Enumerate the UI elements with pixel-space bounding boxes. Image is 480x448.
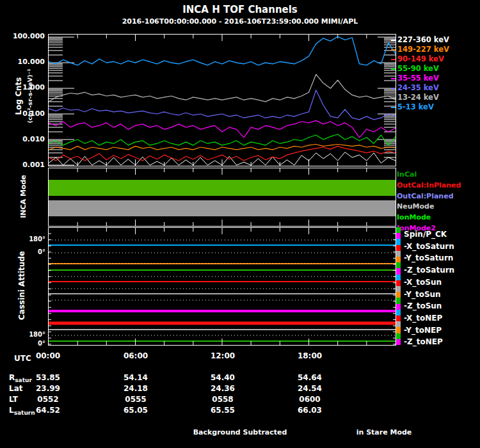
utc-tick-label: 06:00 — [115, 351, 156, 360]
inca-mode-legend-item: OutCal:InPlaned — [397, 181, 461, 189]
ephemeris-value: 0555 — [113, 395, 158, 404]
tof-legend-item: 227-360 keV — [391, 35, 449, 44]
ephemeris-value: 65.55 — [200, 406, 245, 415]
attitude-color-swatch — [396, 275, 401, 280]
attitude-legend-item: -Z_toNEP — [404, 337, 443, 346]
ephemeris-value: 54.14 — [113, 373, 158, 382]
ephemeris-value: 23.99 — [26, 384, 70, 393]
inca-mode-legend-item: InCal — [397, 170, 417, 179]
time-range-subtitle: 2016-106T00:00:00.000 - 2016-106T23:59:0… — [0, 17, 480, 26]
ephemeris-row-label: LT — [9, 395, 18, 404]
attitude-legend-item: -X_toNEP — [404, 314, 442, 323]
tof-ytick-label: 100.000 — [0, 33, 45, 40]
ephemeris-value: 24.36 — [200, 384, 245, 393]
attitude-color-swatch — [396, 298, 401, 303]
inca-mode-legend-item: IonMode — [397, 213, 431, 221]
tof-ytick-label: 0.010 — [0, 136, 45, 143]
cassini-attitude-axis-label: Cassini Attitude — [17, 251, 26, 320]
tof-legend-item: 35-55 keV — [391, 74, 439, 83]
attitude-color-swatch — [396, 339, 401, 345]
attitude-legend-item: -Y_toNEP — [404, 326, 442, 335]
ephemeris-value: 64.52 — [26, 406, 70, 415]
attitude-color-swatch — [396, 245, 401, 251]
ephemeris-value: 0558 — [200, 395, 245, 404]
attitude-legend-item: Spin/P_CK — [404, 230, 447, 239]
attitude-legend-item: -Y_toSun — [404, 290, 441, 299]
attitude-color-swatch — [396, 304, 401, 310]
ephemeris-value: 53.85 — [26, 373, 70, 382]
cassini-attitude-panel — [48, 227, 396, 346]
utc-tick-label: 18:00 — [289, 351, 330, 360]
attitude-legend-item: -Z_toSun — [404, 301, 442, 310]
tof-legend-item: 13-24 keV — [391, 93, 439, 102]
attitude-color-swatch — [396, 239, 401, 244]
attitude-color-swatch — [396, 292, 401, 298]
ephemeris-value: 24.18 — [113, 384, 158, 393]
attitude-color-swatch — [396, 262, 401, 268]
attitude-ytick-label: 180° — [0, 236, 45, 243]
tof-legend-item: 149-227 keV — [391, 45, 449, 54]
attitude-color-swatch — [396, 321, 401, 327]
plot-canvas: INCA H TOF Channels 2016-106T00:00:00.00… — [0, 0, 480, 448]
tof-spectra-panel — [48, 34, 396, 166]
page-title: INCA H TOF Channels — [0, 4, 480, 15]
tof-legend-item: 24-35 keV — [391, 83, 439, 92]
attitude-color-swatch — [396, 268, 401, 274]
attitude-color-swatch — [396, 327, 401, 333]
inca-mode-axis-label: INCA Mode — [19, 175, 28, 218]
attitude-color-swatch — [396, 227, 401, 233]
utc-tick-label: 12:00 — [202, 351, 243, 360]
tof-legend-item: 5-13 keV — [391, 102, 434, 111]
attitude-color-swatch — [396, 316, 401, 321]
attitude-color-swatch — [396, 257, 401, 262]
attitude-color-swatch — [396, 251, 401, 257]
attitude-legend-item: -X_toSun — [404, 278, 442, 287]
footer-note-stare-mode: in Stare Mode — [333, 428, 435, 436]
ephemeris-value: 54.40 — [200, 373, 245, 382]
attitude-ytick-label: 180° — [0, 331, 45, 338]
attitude-legend-item: -Y_toSaturn — [404, 253, 453, 262]
inca-mode-panel — [48, 168, 396, 227]
tof-legend-item: 90-149 keV — [391, 54, 444, 63]
ephemeris-value: 65.05 — [113, 406, 158, 415]
attitude-color-swatch — [396, 286, 401, 292]
attitude-legend-item: -X_toSaturn — [404, 242, 454, 251]
attitude-ytick-label: 0° — [0, 340, 45, 347]
tof-ytick-label: 0.100 — [0, 110, 45, 118]
tof-ytick-label: 0.001 — [0, 161, 45, 169]
tof-legend-item: 55-90 keV — [391, 64, 439, 73]
attitude-color-swatch — [396, 233, 401, 239]
attitude-legend-item: -Z_toSaturn — [404, 266, 454, 275]
footer-note-background: Background Subtracted — [163, 428, 317, 436]
inca-mode-legend-item: OutCal:Planed — [397, 192, 454, 200]
attitude-color-swatch — [396, 310, 401, 316]
attitude-color-swatch — [396, 280, 401, 286]
tof-ytick-label: 1.000 — [0, 84, 45, 92]
tof-ytick-label: 10.000 — [0, 58, 45, 66]
ephemeris-value: 66.03 — [287, 406, 332, 415]
ephemeris-row-label: Lat — [9, 384, 22, 393]
attitude-color-swatch — [396, 333, 401, 339]
attitude-ytick-label: 0° — [0, 248, 45, 255]
inca-mode-legend-item: NeuMode — [397, 202, 434, 211]
ephemeris-value: 24.54 — [287, 384, 332, 393]
utc-tick-label: 00:00 — [28, 351, 68, 360]
ephemeris-value: 0552 — [26, 395, 70, 404]
attitude-color-bar — [396, 227, 401, 345]
ephemeris-value: 0600 — [287, 395, 332, 404]
ephemeris-value: 54.64 — [287, 373, 332, 382]
